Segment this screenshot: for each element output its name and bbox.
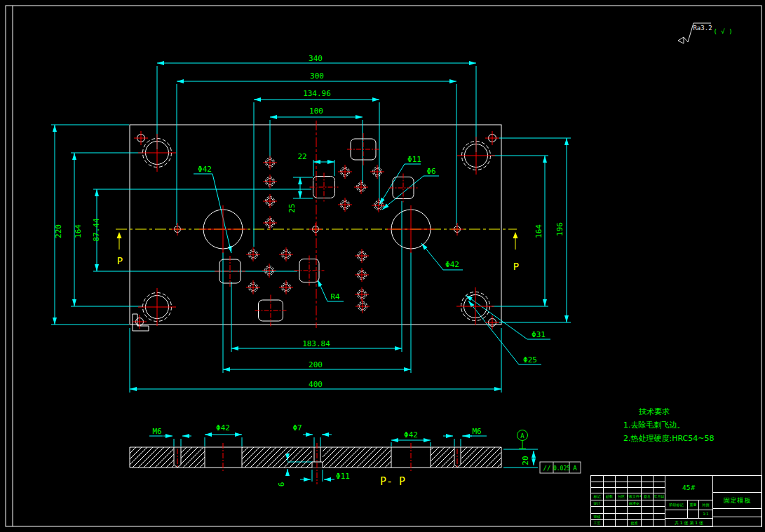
annotation-text: Φ31 [532,330,546,339]
sheet-note: 共 1 张 第 1 张 [665,519,713,527]
cad-drawing-page: 340300134.961002225Φ42Φ11Φ6Φ42R4Φ31Φ2518… [0,0,765,532]
tb-role: 审核 [591,514,604,520]
section-arrow-left [117,232,122,238]
signature-table: 设计 标准化 审核 工艺 批准 [591,500,665,527]
section-hatch-block [461,447,501,468]
extension-lines [51,66,571,482]
annotation-text: P- P [380,475,405,488]
annotation-text: Φ25 [523,355,537,364]
tb-label: 重量 [688,500,699,510]
annotation-text: P [117,255,123,266]
annotation-text: // [543,465,551,472]
annotation-text: 6 [277,482,286,487]
revision-table: 标记 处数 分区 更改文件号 签名 年月日 [591,476,665,500]
annotation-text: 0.025 [553,465,570,472]
annotation-text: 164 [74,224,83,238]
annotation-text: 164 [534,224,543,238]
annotation-text: M6 [472,427,481,436]
technical-notes: 技术要求 1.去除毛刺飞边。 2.热处理硬度:HRC54~58 [623,405,764,445]
annotation-text: A [573,465,577,472]
section-hatch-block [323,447,391,468]
annotation-text: ( √ ) [713,28,732,35]
section-hatch-block [130,447,174,468]
stage-scale-table: 阶段标记 重量 比例 1:1 共 1 张 第 1 张 [665,500,713,527]
tb-label: 处数 [604,493,616,500]
annotation-text: 196 [555,222,564,236]
section-centerlines [177,443,457,484]
annotation-text: R4 [330,292,340,301]
annotation-text: Φ11 [336,472,350,481]
annotation-text: 20 [521,456,530,465]
part-name: 固定模板 [713,493,762,509]
annotation-text: 87.44 [92,218,101,241]
section-hatch-block [242,447,312,468]
tech-note-line: 1.去除毛刺飞边。 [623,418,764,432]
annotation-text: Φ42 [198,165,212,174]
material-value: 45# [665,476,713,500]
dimension-lines [55,63,567,465]
annotation-text: 100 [309,107,323,116]
tech-note-line: 2.热处理硬度:HRC54~58 [623,432,764,445]
tb-role: 设计 [591,500,604,507]
tb-label: 年月日 [654,493,665,500]
annotation-text: 134.96 [303,89,331,98]
tb-label: 签名 [642,493,654,500]
annotation-text: 340 [309,54,323,63]
annotation-text: 25 [287,203,297,212]
annotation-text: 22 [297,152,306,161]
annotation-text: Φ42 [404,430,418,439]
dimension-stubs [163,435,472,479]
section-arrow-right [513,232,518,238]
section-hatch-block [431,447,454,468]
tb-role [591,507,604,514]
tb-label: 阶段标记 [665,500,688,510]
annotation-text: 400 [309,380,323,389]
annotation-text: 200 [309,360,323,369]
leader-lines [212,164,527,364]
tb-label: 更改文件号 [628,493,642,500]
material-box: 45# [665,476,713,500]
annotation-text: A [520,432,524,439]
tb-role [628,507,642,514]
name-box: 固定模板 [713,476,762,527]
annotation-text: 183.84 [302,339,330,348]
scale-value: 1:1 [699,510,713,519]
annotation-text: Φ42 [216,423,230,432]
annotation-text: M6 [152,427,161,436]
annotation-text: 300 [310,71,324,81]
tech-notes-title: 技术要求 [623,405,764,418]
tb-role: 批准 [628,520,642,527]
annotation-text: Φ7 [292,423,302,432]
tb-label: 分区 [616,493,628,500]
annotation-text: P [513,261,519,272]
tb-role: 标准化 [628,500,642,507]
section-view [130,443,501,484]
section-hatch-block [181,447,205,468]
tb-role [628,514,642,520]
annotation-text: Φ42 [445,260,459,269]
annotation-text: Ra3.2 [693,25,712,32]
tb-label: 标记 [591,493,604,500]
annotation-text: Φ6 [426,167,435,176]
annotation-text: Φ11 [407,155,421,164]
drawing-canvas: 340300134.961002225Φ42Φ11Φ6Φ42R4Φ31Φ2518… [0,0,765,532]
annotation-text: 220 [54,224,63,238]
title-block: 标记 处数 分区 更改文件号 签名 年月日 设计 标准化 审核 工艺 批准 45… [590,475,762,527]
tb-label: 比例 [699,500,713,510]
tb-role: 工艺 [591,520,604,527]
